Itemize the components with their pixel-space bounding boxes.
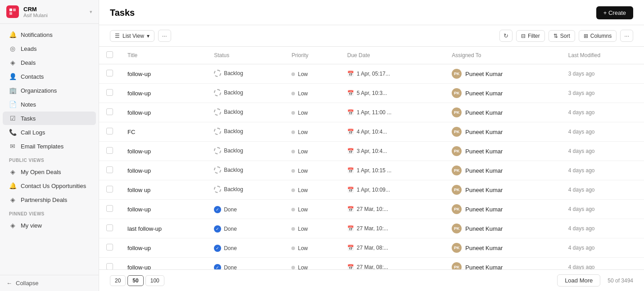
sidebar-item-contact-us-opportunities[interactable]: 🔔Contact Us Opportunities bbox=[3, 179, 96, 193]
page-size-50-button[interactable]: 50 bbox=[127, 275, 143, 286]
columns-button[interactable]: ⊞ Columns bbox=[579, 30, 617, 42]
avatar: PK bbox=[452, 243, 462, 253]
cell-title[interactable]: follow-up bbox=[120, 258, 207, 270]
row-checkbox[interactable] bbox=[106, 244, 113, 251]
sidebar-item-my-view[interactable]: ◈My view bbox=[3, 219, 96, 232]
sidebar-item-partnership-deals[interactable]: ◈Partnership Deals bbox=[3, 193, 96, 206]
status-badge: ✓Done bbox=[214, 206, 237, 213]
sidebar-nav: 🔔Notifications◎Leads◈Deals👤Contacts🏢Orga… bbox=[0, 24, 99, 275]
more-options-button[interactable]: ··· bbox=[158, 30, 171, 42]
row-checkbox[interactable] bbox=[106, 263, 113, 269]
sidebar-item-label: Contacts bbox=[21, 73, 44, 80]
sidebar-header[interactable]: CRM Asif Mulani ▾ bbox=[0, 0, 99, 24]
cell-status: Backlog bbox=[207, 122, 284, 142]
sidebar-item-label: Organizations bbox=[21, 87, 57, 94]
priority-dot bbox=[291, 111, 295, 115]
page-size-20-button[interactable]: 20 bbox=[110, 275, 126, 286]
row-checkbox[interactable] bbox=[106, 128, 113, 134]
collapse-button[interactable]: ← Collapse bbox=[0, 275, 99, 291]
refresh-button[interactable]: ↻ bbox=[499, 30, 512, 42]
calendar-icon: 📅 bbox=[347, 167, 354, 174]
priority-badge: Low bbox=[291, 206, 308, 213]
cell-priority: Low bbox=[284, 258, 340, 270]
cell-title[interactable]: follow-up bbox=[120, 142, 207, 161]
col-assigned-to: Assigned To bbox=[444, 47, 561, 64]
load-more-button[interactable]: Load More bbox=[557, 274, 600, 287]
cell-title[interactable]: follow up bbox=[120, 180, 207, 200]
avatar: PK bbox=[452, 127, 462, 137]
cell-title[interactable]: follow-up bbox=[120, 103, 207, 122]
filter-button[interactable]: ⊟ Filter bbox=[516, 30, 545, 42]
cell-assigned-to: PKPuneet Kumar bbox=[444, 161, 561, 180]
cell-priority: Low bbox=[284, 161, 340, 180]
cell-last-modified: 4 days ago bbox=[561, 219, 644, 238]
list-view-button[interactable]: ☰ List View ▾ bbox=[110, 30, 154, 42]
tasks-icon: ☑ bbox=[9, 115, 16, 122]
status-badge: Backlog bbox=[214, 70, 243, 77]
row-checkbox[interactable] bbox=[106, 89, 113, 96]
sidebar-item-call-logs[interactable]: 📞Call Logs bbox=[3, 125, 96, 139]
more-options-button-right[interactable]: ··· bbox=[620, 30, 633, 42]
row-checkbox-cell bbox=[99, 64, 120, 84]
row-checkbox[interactable] bbox=[106, 70, 113, 76]
priority-dot bbox=[291, 92, 295, 95]
row-checkbox[interactable] bbox=[106, 147, 113, 154]
cell-title[interactable]: follow-up bbox=[120, 84, 207, 103]
assigned-cell: PKPuneet Kumar bbox=[452, 243, 554, 253]
sidebar-item-organizations[interactable]: 🏢Organizations bbox=[3, 84, 96, 97]
main-header: Tasks + Create bbox=[99, 0, 644, 25]
sidebar-item-notifications[interactable]: 🔔Notifications bbox=[3, 28, 96, 41]
status-badge: Backlog bbox=[214, 89, 243, 96]
cell-due-date: 📅1 Apr, 10:15 ... bbox=[340, 161, 444, 180]
sidebar-item-leads[interactable]: ◎Leads bbox=[3, 42, 96, 55]
table-row: follow-up ✓Done Low 📅27 Mar, 10:... PKPu… bbox=[99, 200, 644, 219]
create-button[interactable]: + Create bbox=[596, 6, 633, 19]
sort-button[interactable]: ⇅ Sort bbox=[549, 30, 575, 42]
sidebar-item-contacts[interactable]: 👤Contacts bbox=[3, 70, 96, 83]
columns-icon: ⊞ bbox=[584, 33, 588, 39]
cell-priority: Low bbox=[284, 122, 340, 142]
priority-dot bbox=[291, 227, 295, 231]
calendar-icon: 📅 bbox=[347, 206, 354, 212]
sidebar-item-label: Contact Us Opportunities bbox=[21, 183, 86, 189]
sidebar-item-email-templates[interactable]: ✉Email Templates bbox=[3, 139, 96, 153]
cell-last-modified: 4 days ago bbox=[561, 238, 644, 258]
cell-title[interactable]: last follow-up bbox=[120, 219, 207, 238]
priority-dot bbox=[291, 169, 295, 173]
cell-title[interactable]: follow-up bbox=[120, 238, 207, 258]
cell-status: Backlog bbox=[207, 103, 284, 122]
header-checkbox-cell bbox=[99, 47, 120, 64]
sidebar-item-notes[interactable]: 📄Notes bbox=[3, 98, 96, 111]
sidebar-item-deals[interactable]: ◈Deals bbox=[3, 56, 96, 69]
row-checkbox[interactable] bbox=[106, 205, 113, 212]
row-checkbox[interactable] bbox=[106, 166, 113, 173]
page-size-100-button[interactable]: 100 bbox=[145, 275, 164, 286]
due-date-cell: 📅27 Mar, 10:... bbox=[347, 225, 437, 232]
cell-status: ✓Done bbox=[207, 238, 284, 258]
backlog-icon bbox=[214, 166, 221, 174]
calendar-icon: 📅 bbox=[347, 225, 354, 232]
calendar-icon: 📅 bbox=[347, 129, 354, 135]
deals-icon: ◈ bbox=[9, 59, 16, 66]
priority-badge: Low bbox=[291, 187, 308, 193]
cell-title[interactable]: follow-up bbox=[120, 161, 207, 180]
select-all-checkbox[interactable] bbox=[106, 51, 113, 58]
priority-badge: Low bbox=[291, 264, 308, 270]
cell-assigned-to: PKPuneet Kumar bbox=[444, 64, 561, 84]
row-checkbox[interactable] bbox=[106, 186, 113, 193]
cell-title[interactable]: follow-up bbox=[120, 64, 207, 84]
row-checkbox-cell bbox=[99, 258, 120, 270]
priority-dot bbox=[291, 72, 295, 76]
page-size-selector: 2050100 bbox=[110, 275, 164, 286]
sidebar-item-tasks[interactable]: ☑Tasks bbox=[3, 112, 96, 125]
table-row: last follow-up ✓Done Low 📅27 Mar, 10:...… bbox=[99, 219, 644, 238]
table-row: follow-up ✓Done Low 📅27 Mar, 08:... PKPu… bbox=[99, 238, 644, 258]
cell-priority: Low bbox=[284, 64, 340, 84]
row-checkbox[interactable] bbox=[106, 108, 113, 115]
sidebar-item-my-open-deals[interactable]: ◈My Open Deals bbox=[3, 165, 96, 179]
row-checkbox[interactable] bbox=[106, 224, 113, 231]
cell-title[interactable]: FC bbox=[120, 122, 207, 142]
avatar: PK bbox=[452, 69, 462, 79]
cell-title[interactable]: follow-up bbox=[120, 200, 207, 219]
priority-badge: Low bbox=[291, 71, 308, 77]
